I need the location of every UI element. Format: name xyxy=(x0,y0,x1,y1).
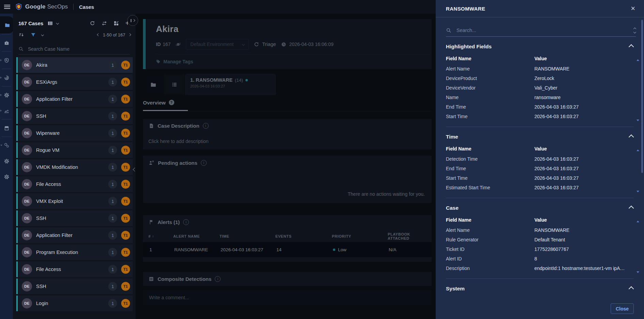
case-list-item[interactable]: DE Wiperware 1 T1 xyxy=(16,125,133,141)
help-icon[interactable]: ? xyxy=(169,100,174,105)
case-list-item[interactable]: DE Login 1 T1 xyxy=(16,296,133,311)
collapse-panel-icon[interactable] xyxy=(133,166,136,172)
sort-cases-button[interactable] xyxy=(18,32,24,38)
sidebar-item-response[interactable] xyxy=(0,87,13,103)
field-name: End Time xyxy=(446,104,534,110)
tab-alert-queue[interactable] xyxy=(164,74,184,95)
sidebar-item-settings[interactable] xyxy=(0,153,13,169)
sidebar-item-marketplace[interactable] xyxy=(0,120,13,136)
case-list-item[interactable]: DE ESXiArgs 1 T1 xyxy=(16,74,133,90)
case-list-item[interactable]: DE Akira 1 T1 xyxy=(16,57,133,73)
view-chevron-down-icon[interactable] xyxy=(56,22,59,25)
divider xyxy=(143,111,432,111)
case-list-item[interactable]: DE Program Execution 1 T1 xyxy=(16,244,133,260)
add-description-field[interactable]: Click here to add description xyxy=(143,133,432,149)
expand-collapse-all-icon[interactable] xyxy=(634,28,636,33)
sidebar-item-investigate[interactable] xyxy=(0,52,13,68)
expand-panel-handle[interactable] xyxy=(127,15,138,26)
field-value: 8 xyxy=(534,256,634,261)
swap-order-button[interactable] xyxy=(101,20,107,26)
info-icon[interactable]: i xyxy=(183,219,189,225)
hamburger-menu-icon[interactable] xyxy=(4,5,10,9)
collapse-section-icon[interactable] xyxy=(629,44,634,49)
case-list-item[interactable]: DE SSH 1 T1 xyxy=(16,278,133,294)
sidebar-item-admin[interactable] xyxy=(0,169,13,185)
column-events[interactable]: Events xyxy=(275,234,332,238)
page-next-icon[interactable] xyxy=(128,33,131,36)
case-list-item[interactable]: DE Rogue VM 1 T1 xyxy=(16,142,133,158)
scroll-down-icon[interactable] xyxy=(637,191,639,192)
field-name: DeviceVendor xyxy=(446,85,534,91)
case-name: File Access xyxy=(36,181,61,187)
case-list-item[interactable]: DE Application Filter 1 T1 xyxy=(16,91,133,107)
brand-secops: SecOps xyxy=(47,3,68,10)
grid-check-view-button[interactable] xyxy=(113,20,119,26)
section-title: Case xyxy=(446,205,458,211)
sidebar-item-settings-group[interactable] xyxy=(0,138,13,153)
column-field-name: Field Name xyxy=(446,56,534,61)
alerts-table-header: #↑ Alert Name Time Events Priority Playb… xyxy=(143,230,432,242)
info-icon[interactable]: i xyxy=(203,123,209,129)
case-list-item[interactable]: DE SSH 1 T1 xyxy=(16,108,133,124)
case-list-item[interactable]: DE File Access 1 T1 xyxy=(16,176,133,192)
manage-tags-button[interactable]: Manage Tags xyxy=(156,54,432,69)
close-button[interactable]: Close xyxy=(611,303,634,314)
case-list-item[interactable]: DE SSH 1 T1 xyxy=(16,210,133,226)
collapse-section-icon[interactable] xyxy=(629,286,634,291)
avatar: DE xyxy=(22,111,32,121)
scroll-up-icon[interactable] xyxy=(637,59,639,61)
case-list-item[interactable]: DE VMDK Modification 1 T1 xyxy=(16,159,133,175)
pending-actions-title: Pending actions xyxy=(158,160,197,166)
close-icon[interactable]: × xyxy=(631,5,635,12)
environment-dropdown[interactable]: Default Environment xyxy=(186,39,249,50)
info-icon[interactable]: i xyxy=(215,276,221,282)
sidebar-item-threat-center[interactable] xyxy=(0,70,13,85)
drawer-section: Highlighted Fields Field Name Value Aler… xyxy=(446,37,634,127)
tab-case-overview[interactable] xyxy=(143,74,163,95)
stage-badge: T1 xyxy=(121,61,130,69)
tab-overview[interactable]: Overview xyxy=(143,100,166,106)
scroll-up-icon[interactable] xyxy=(637,149,639,151)
stage-badge: T1 xyxy=(121,95,130,103)
alert-count-badge: 1 xyxy=(108,78,117,86)
field-row: Alert ID 8 xyxy=(446,254,634,264)
sidebar-item-workdesk[interactable] xyxy=(0,35,13,51)
column-priority[interactable]: Priority xyxy=(332,234,388,238)
refresh-cases-button[interactable] xyxy=(90,20,95,26)
sidebar-item-cases[interactable] xyxy=(0,16,14,33)
column-time[interactable]: Time xyxy=(220,234,275,238)
collapse-section-icon[interactable] xyxy=(629,134,634,140)
alerts-table: #↑ Alert Name Time Events Priority Playb… xyxy=(143,229,432,262)
comment-bar xyxy=(143,290,432,305)
view-columns-button[interactable] xyxy=(47,20,53,26)
case-search-input[interactable] xyxy=(27,46,130,52)
manage-tags-label: Manage Tags xyxy=(163,59,193,64)
case-list-item[interactable]: DE VMX Exploit 1 T1 xyxy=(16,193,133,209)
sidebar-item-reports[interactable] xyxy=(0,103,13,118)
stage-badge: T1 xyxy=(121,299,130,308)
stage-badge: T1 xyxy=(121,265,130,274)
drawer-search-input[interactable] xyxy=(456,27,627,33)
alert-status-dot xyxy=(245,79,248,81)
case-list-item[interactable]: DE File Access 1 T1 xyxy=(16,261,133,277)
column-number[interactable]: #↑ xyxy=(148,234,173,238)
scroll-down-icon[interactable] xyxy=(637,119,639,121)
tab-alert-ransomware[interactable]: 1. RANSOMWARE (14) 2026-04-03 16:03:27 xyxy=(185,74,276,95)
page-prev-icon[interactable] xyxy=(97,33,100,36)
case-list-item[interactable]: DE Application Filter 1 T1 xyxy=(16,227,133,243)
filter-funnel-icon[interactable] xyxy=(30,32,36,38)
priority-value: Low xyxy=(338,247,347,252)
collapse-section-icon[interactable] xyxy=(629,205,634,211)
scroll-up-icon[interactable] xyxy=(637,221,639,222)
scroll-down-icon[interactable] xyxy=(637,271,639,273)
case-timestamp-value: 2026-04-03 16:06:09 xyxy=(289,42,334,47)
alert-count-badge: 1 xyxy=(108,214,117,223)
info-icon[interactable]: i xyxy=(201,160,207,166)
triage-button[interactable]: Triage xyxy=(254,42,276,47)
column-alert-name[interactable]: Alert Name xyxy=(173,234,220,238)
filter-chevron-down-icon[interactable] xyxy=(41,33,44,36)
comment-input[interactable] xyxy=(148,294,426,301)
column-playbook[interactable]: Playbook Attached xyxy=(388,232,432,240)
alert-table-row[interactable]: 1 RANSOMWARE 2026-04-03 16:03:27 14 Low … xyxy=(143,242,432,257)
alert-number: 1 xyxy=(148,247,174,252)
